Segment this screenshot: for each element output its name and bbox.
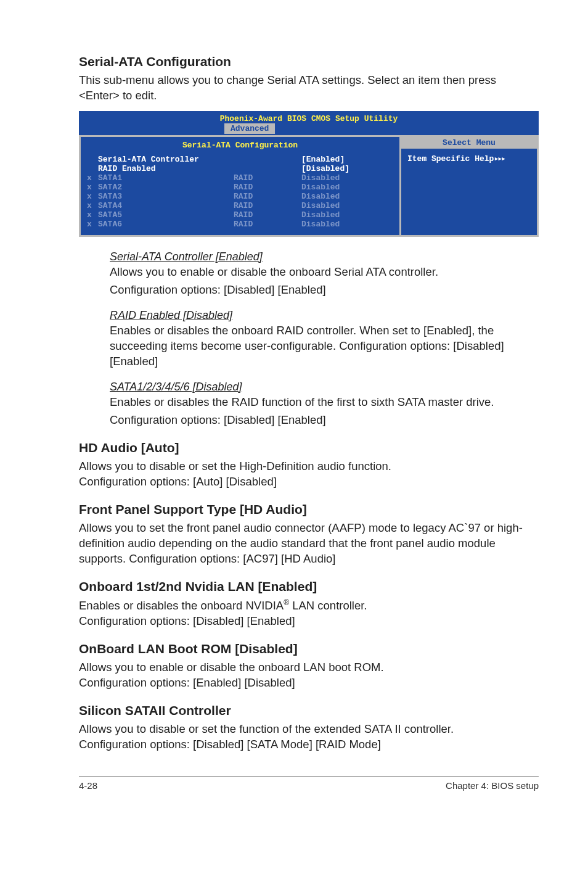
bios-row-name: SATA2 <box>98 183 234 192</box>
bios-tab-advanced: Advanced <box>224 123 275 134</box>
bios-row-val: Disabled <box>301 192 393 201</box>
body-text: Allows you to enable or disable the onbo… <box>79 660 539 675</box>
bios-row-name: Serial-ATA Controller <box>98 155 234 164</box>
body-text: Allows you to disable or set the High-De… <box>79 459 539 474</box>
bios-row-x: x <box>87 210 98 220</box>
bios-left-panel: Serial-ATA Configuration Serial-ATA Cont… <box>79 135 399 237</box>
bios-setting-row: RAID Enabled[Disabled] <box>87 164 393 173</box>
bios-row-x <box>87 164 98 173</box>
body-text: Allows you to disable or set the functio… <box>79 722 539 737</box>
bios-setting-row: xSATA3RAIDDisabled <box>87 192 393 201</box>
bios-row-name: SATA3 <box>98 192 234 201</box>
bios-row-x <box>87 155 98 164</box>
heading-front-panel: Front Panel Support Type [HD Audio] <box>79 502 539 517</box>
right-arrow-icon: ▸▸▸ <box>494 154 504 163</box>
bios-row-mid <box>234 164 301 173</box>
bios-row-val: Disabled <box>301 183 393 192</box>
bios-row-x: x <box>87 192 98 201</box>
bios-row-val: [Disabled] <box>301 164 393 173</box>
subitem-text: Allows you to enable or disable the onbo… <box>110 265 539 280</box>
subitem-title-sata-n: SATA1/2/3/4/5/6 [Disabled] <box>110 381 539 394</box>
bios-row-val: Disabled <box>301 220 393 229</box>
subitem-text: Configuration options: [Disabled] [Enabl… <box>110 413 539 428</box>
body-text: Configuration options: [Disabled] [SATA … <box>79 737 539 753</box>
text-span: Enables or disables the onboard NVIDIA <box>79 599 284 612</box>
heading-silicon: Silicon SATAII Controller <box>79 703 539 718</box>
heading-onboard-lan: Onboard 1st/2nd Nvidia LAN [Enabled] <box>79 579 539 594</box>
subitem-text: Enables or disables the RAID function of… <box>110 395 539 410</box>
bios-row-mid <box>234 155 301 164</box>
bios-row-x: x <box>87 183 98 192</box>
bios-right-panel: Select Menu Item Specific Help▸▸▸ <box>399 135 539 237</box>
body-text: Allows you to set the front panel audio … <box>79 521 539 567</box>
bios-row-name: SATA4 <box>98 201 234 210</box>
subitem-title-sata-controller: Serial-ATA Controller [Enabled] <box>110 250 539 263</box>
bios-row-name: SATA5 <box>98 210 234 220</box>
page-footer: 4-28 Chapter 4: BIOS setup <box>79 776 539 791</box>
intro-text: This sub-menu allows you to change Seria… <box>79 73 539 104</box>
subitem-text: Configuration options: [Disabled] [Enabl… <box>110 283 539 298</box>
bios-title: Phoenix-Award BIOS CMOS Setup Utility <box>79 111 539 123</box>
text-span: LAN controller. <box>289 599 367 612</box>
body-text: Configuration options: [Auto] [Disabled] <box>79 474 539 490</box>
body-text: Configuration options: [Enabled] [Disabl… <box>79 675 539 691</box>
bios-row-val: [Enabled] <box>301 155 393 164</box>
body-text: Configuration options: [Disabled] [Enabl… <box>79 614 539 629</box>
bios-row-x: x <box>87 173 98 183</box>
bios-row-val: Disabled <box>301 173 393 183</box>
bios-help-label: Item Specific Help <box>407 154 494 163</box>
bios-row-mid: RAID <box>234 201 301 210</box>
bios-row-mid: RAID <box>234 173 301 183</box>
bios-row-mid: RAID <box>234 183 301 192</box>
bios-row-name: SATA6 <box>98 220 234 229</box>
subitem-title-raid: RAID Enabled [Disabled] <box>110 309 539 322</box>
bios-row-x: x <box>87 201 98 210</box>
heading-hd-audio: HD Audio [Auto] <box>79 440 539 455</box>
bios-left-header: Serial-ATA Configuration <box>87 141 393 150</box>
heading-serial-ata-config: Serial-ATA Configuration <box>79 54 539 69</box>
bios-setting-row: xSATA6RAIDDisabled <box>87 220 393 229</box>
bios-setting-row: xSATA4RAIDDisabled <box>87 201 393 210</box>
bios-row-val: Disabled <box>301 201 393 210</box>
chapter-label: Chapter 4: BIOS setup <box>446 780 539 791</box>
bios-row-name: RAID Enabled <box>98 164 234 173</box>
heading-onboard-bootrom: OnBoard LAN Boot ROM [Disabled] <box>79 642 539 656</box>
bios-row-mid: RAID <box>234 210 301 220</box>
subitem-text: Enables or disables the onboard RAID con… <box>110 323 539 369</box>
bios-help-text: Item Specific Help▸▸▸ <box>407 154 531 163</box>
bios-setting-row: xSATA5RAIDDisabled <box>87 210 393 220</box>
bios-right-header: Select Menu <box>401 137 537 149</box>
bios-tabs: Advanced <box>79 123 539 135</box>
bios-screenshot: Phoenix-Award BIOS CMOS Setup Utility Ad… <box>79 111 539 237</box>
page-number: 4-28 <box>79 780 97 791</box>
bios-row-x: x <box>87 220 98 229</box>
bios-setting-row: Serial-ATA Controller[Enabled] <box>87 155 393 164</box>
registered-icon: ® <box>284 598 289 607</box>
body-text: Enables or disables the onboard NVIDIA® … <box>79 598 539 614</box>
bios-row-mid: RAID <box>234 220 301 229</box>
bios-row-val: Disabled <box>301 210 393 220</box>
bios-setting-row: xSATA1RAIDDisabled <box>87 173 393 183</box>
bios-row-mid: RAID <box>234 192 301 201</box>
bios-setting-row: xSATA2RAIDDisabled <box>87 183 393 192</box>
bios-row-name: SATA1 <box>98 173 234 183</box>
